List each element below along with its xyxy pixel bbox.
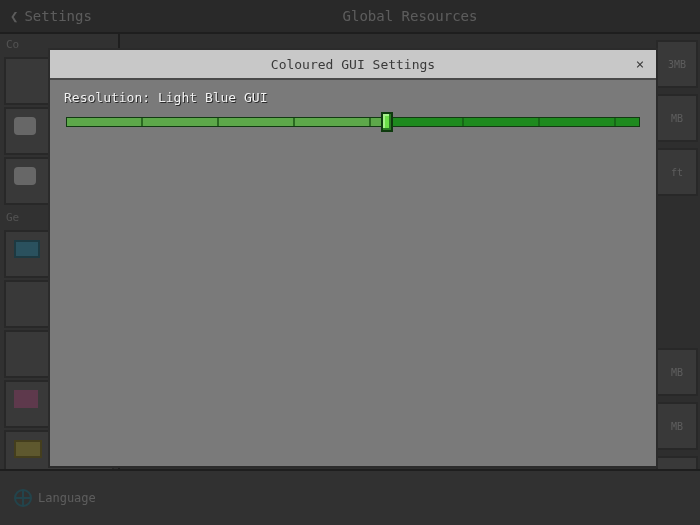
settings-modal: Coloured GUI Settings × Resolution: Ligh…	[48, 48, 658, 468]
resolution-label: Resolution: Light Blue GUI	[64, 90, 642, 105]
resolution-slider[interactable]	[66, 113, 640, 131]
slider-track-empty	[387, 117, 640, 127]
slider-thumb[interactable]	[381, 112, 393, 132]
modal-title: Coloured GUI Settings	[271, 57, 435, 72]
modal-header: Coloured GUI Settings ×	[50, 50, 656, 80]
close-icon: ×	[636, 56, 644, 72]
close-button[interactable]: ×	[632, 56, 648, 72]
modal-body: Resolution: Light Blue GUI	[50, 80, 656, 466]
slider-track-filled	[66, 117, 387, 127]
